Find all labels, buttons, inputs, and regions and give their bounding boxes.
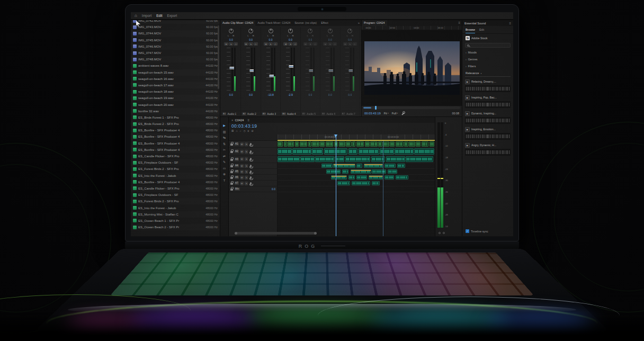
solo-button[interactable]: S: [245, 176, 248, 180]
project-item[interactable]: ES_Birds Forest 1 - SFX Pro 48000 Hz: [131, 114, 220, 121]
project-item[interactable]: IMG_0747.MOV 60.00 fps: [131, 50, 220, 56]
rolling-edit-tool-icon[interactable]: ⇅: [223, 142, 226, 146]
audio-clip[interactable]: [326, 169, 341, 174]
mute-button[interactable]: M: [303, 42, 308, 46]
timeline-ruler[interactable]: 00:03:40:00 00:04:00:00: [278, 134, 435, 140]
audio-clip[interactable]: [422, 141, 428, 147]
lock-icon[interactable]: [230, 189, 233, 191]
home-icon[interactable]: ⌂: [135, 14, 137, 18]
lock-icon[interactable]: [230, 177, 233, 179]
mixer-tab[interactable]: Audio Clip Mixer: C0424: [220, 20, 255, 26]
project-item[interactable]: ES_Bonfire - SFX Producer 4 48000 Hz: [131, 127, 220, 133]
solo-button[interactable]: S: [229, 42, 233, 46]
filter-genres[interactable]: › Genres: [462, 56, 513, 62]
project-item[interactable]: ES_Bonfire - SFX Producer 4 48000 Hz: [131, 179, 220, 185]
mic-icon[interactable]: [250, 143, 252, 146]
project-item[interactable]: ES_Candle Flicker - SFX Pro 48000 Hz: [131, 185, 220, 192]
record-button[interactable]: O: [353, 42, 357, 46]
project-item[interactable]: IMG_0744.MOV 60.00 fps: [131, 30, 220, 37]
audio-clip[interactable]: [380, 148, 394, 155]
pan-knob[interactable]: [248, 29, 253, 33]
lock-icon[interactable]: [230, 165, 233, 167]
hand-tool-icon[interactable]: ⊕: [223, 173, 226, 176]
audio-clip[interactable]: [308, 141, 311, 147]
project-item[interactable]: IMG_0743.MOV 60.00 fps: [131, 24, 220, 30]
audio-clip[interactable]: [312, 141, 319, 147]
audio-clip[interactable]: [378, 141, 382, 147]
audio-clip[interactable]: [352, 181, 371, 185]
record-button[interactable]: O: [273, 42, 278, 46]
mixer-tab[interactable]: Effect: [319, 20, 330, 26]
track-number[interactable]: A6: [321, 112, 325, 115]
mute-button[interactable]: M: [244, 42, 248, 46]
record-button[interactable]: O: [293, 42, 297, 46]
track-target-button[interactable]: A3: [235, 158, 239, 161]
project-item[interactable]: ES_Bonfire - SFX Producer 4 48000 Hz: [131, 147, 220, 153]
pan-knob[interactable]: [347, 29, 352, 33]
audio-clip[interactable]: [351, 169, 371, 174]
mic-icon[interactable]: [250, 170, 252, 173]
mic-icon[interactable]: [250, 158, 252, 160]
solo-left-button[interactable]: [439, 232, 441, 234]
filter-filters[interactable]: › Filters: [462, 62, 513, 69]
play-button[interactable]: ▶: [465, 95, 470, 100]
resolution-dropdown[interactable]: Full ▾: [392, 112, 398, 115]
scrub-playhead[interactable]: [375, 106, 377, 110]
mute-button[interactable]: M: [240, 170, 244, 174]
mute-button[interactable]: M: [283, 42, 288, 46]
audio-clip[interactable]: [326, 141, 334, 147]
audio-clip[interactable]: [388, 169, 397, 174]
audio-clip[interactable]: [390, 141, 395, 147]
project-item[interactable]: ES_Candle Flicker - SFX Pro 48000 Hz: [131, 153, 220, 159]
lock-icon[interactable]: [230, 151, 233, 153]
track-number[interactable]: A5: [302, 112, 306, 115]
track-target-button[interactable]: A5: [235, 170, 239, 173]
zoom-scrollbar-thumb[interactable]: [235, 232, 316, 235]
project-item[interactable]: seagull-on-beach 15.wav 44100 Hz: [131, 69, 220, 76]
audio-clip[interactable]: [278, 148, 292, 155]
mute-button[interactable]: M: [240, 182, 244, 185]
audio-clip[interactable]: [352, 141, 355, 147]
audio-clip[interactable]: [346, 141, 351, 147]
audio-clip[interactable]: [315, 156, 334, 162]
project-item[interactable]: seagull-on-beach 16.wav 44100 Hz: [131, 76, 220, 82]
mute-button[interactable]: M: [240, 164, 244, 168]
audio-clip[interactable]: [348, 148, 358, 155]
lock-icon[interactable]: [230, 143, 233, 146]
track-number[interactable]: A2: [242, 112, 246, 115]
lock-icon[interactable]: [230, 171, 233, 173]
project-item[interactable]: seagull-on-beach 17.wav 44100 Hz: [131, 82, 220, 88]
audio-clip[interactable]: [356, 175, 368, 180]
project-item[interactable]: ambient waves 8.wav 44100 Hz: [131, 62, 220, 69]
selection-tool-icon[interactable]: ▶: [223, 124, 226, 127]
audio-result-card[interactable]: ▶ Angry, Dynam­ic, H...: [462, 141, 513, 157]
audio-clip[interactable]: [345, 156, 371, 162]
project-item[interactable]: seagull-on-beach 18.wav 44100 Hz: [131, 88, 220, 95]
mute-button[interactable]: M: [240, 142, 244, 146]
snap-icon[interactable]: ∩: [236, 129, 238, 132]
track-number[interactable]: A7: [342, 112, 345, 115]
solo-right-button[interactable]: [443, 232, 445, 234]
project-item[interactable]: ES_Ocean Beach 2 - SFX Pr 48000 Hz: [131, 224, 220, 230]
rectangle-tool-icon[interactable]: ▭: [223, 167, 226, 170]
audio-clip[interactable]: [365, 141, 370, 147]
program-ruler[interactable]: 00:00 02:00 04:00 06:00: [362, 26, 462, 30]
solo-button[interactable]: S: [269, 42, 273, 46]
mute-button[interactable]: M: [240, 157, 244, 161]
timeline-timecode[interactable]: 00:03:43:19: [231, 123, 432, 129]
mute-button[interactable]: M: [224, 42, 228, 46]
project-scrollbar[interactable]: [218, 25, 219, 89]
solo-button[interactable]: S: [328, 42, 332, 46]
program-timecode[interactable]: 00:03:43:19: [364, 112, 381, 115]
project-item[interactable]: seagull-on-beach 20.wav 44100 Hz: [131, 101, 220, 107]
project-item[interactable]: IMG_0746.MOV 60.00 fps: [131, 43, 220, 50]
audio-clip[interactable]: [416, 141, 421, 147]
audio-clip[interactable]: [337, 181, 350, 185]
track-number[interactable]: A4: [282, 112, 285, 115]
razor-tool-icon[interactable]: ✂: [223, 148, 226, 151]
project-item[interactable]: IMG_0742.MOV 60.00 fps: [131, 20, 220, 24]
project-item[interactable]: ES_Morning Mist - Staffan C 48000 Hz: [131, 211, 220, 218]
solo-button[interactable]: S: [245, 182, 248, 185]
audio-result-card[interactable]: ▶ Relaxing, Dreamy,...: [462, 78, 513, 94]
record-button[interactable]: O: [313, 42, 317, 46]
